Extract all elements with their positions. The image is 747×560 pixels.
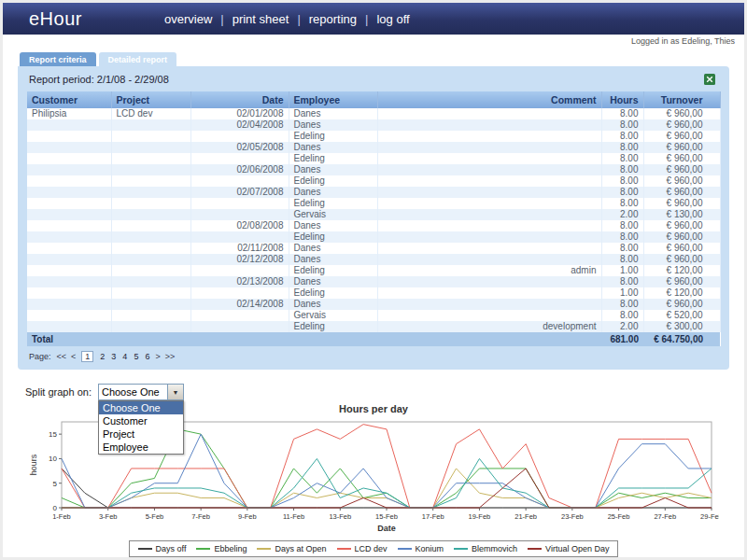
svg-text:13-Feb: 13-Feb xyxy=(329,512,351,521)
svg-text:hours: hours xyxy=(29,454,38,475)
nav-separator: | xyxy=(365,12,368,26)
total-label: Total xyxy=(27,332,601,346)
table-row: Edeling8.00€ 960,00 xyxy=(27,198,720,209)
dropdown-option-project[interactable]: Project xyxy=(99,427,183,441)
chevron-down-icon[interactable]: ▼ xyxy=(167,385,183,399)
svg-text:0: 0 xyxy=(53,504,58,512)
dropdown-option-customer[interactable]: Customer xyxy=(99,414,183,427)
col-header-employee[interactable]: Employee xyxy=(289,91,377,108)
pagination-page-2[interactable]: 2 xyxy=(100,352,105,361)
table-row: Edeling8.00€ 960,00 xyxy=(27,131,720,142)
svg-text:3-Feb: 3-Feb xyxy=(99,512,118,521)
table-row: 02/11/2008Danes8.00€ 960,00 xyxy=(27,243,720,254)
legend-line-swatch xyxy=(398,548,412,550)
pagination: Page:<<<123456>>> xyxy=(27,346,720,364)
legend-label: Konium xyxy=(416,544,444,553)
legend-label: Blemmovich xyxy=(472,544,517,553)
col-header-date[interactable]: Date xyxy=(190,91,289,108)
report-table: CustomerProjectDateEmployeeCommentHoursT… xyxy=(27,91,721,346)
legend-label: Virtual Open Day xyxy=(545,544,609,553)
split-graph-row: Split graph on: Choose One ▼ Choose OneC… xyxy=(25,383,744,401)
svg-text:27-Feb: 27-Feb xyxy=(654,512,676,521)
total-turnover: € 64.750,00 xyxy=(643,332,720,346)
login-status: Logged in as Edeling, Thies xyxy=(631,36,735,46)
legend-line-swatch xyxy=(196,548,210,550)
pagination-label: Page: xyxy=(29,352,51,361)
svg-text:Date: Date xyxy=(377,524,396,533)
svg-text:29-Feb: 29-Feb xyxy=(700,512,719,521)
legend-item: Ebbeling xyxy=(196,544,247,553)
legend-line-swatch xyxy=(257,548,271,550)
col-header-project[interactable]: Project xyxy=(111,91,190,108)
svg-text:17-Feb: 17-Feb xyxy=(422,512,444,521)
legend-item: Konium xyxy=(398,544,444,553)
table-row: 02/12/2008Danes8.00€ 960,00 xyxy=(27,254,720,265)
chart-legend: Days offEbbelingDays at OpenLCD devKoniu… xyxy=(129,540,619,557)
tab-report-criteria[interactable]: Report criteria xyxy=(20,52,96,66)
table-row: 02/13/2008Danes8.00€ 960,00 xyxy=(27,276,720,287)
col-header-customer[interactable]: Customer xyxy=(27,91,111,108)
legend-line-swatch xyxy=(528,548,542,550)
pagination-prev[interactable]: < xyxy=(71,352,76,361)
pagination-page-4[interactable]: 4 xyxy=(122,352,127,361)
svg-text:9-Feb: 9-Feb xyxy=(238,512,257,521)
table-row: 02/06/2008Danes8.00€ 960,00 xyxy=(27,164,720,175)
nav-link-print-sheet[interactable]: print sheet xyxy=(233,12,289,26)
legend-label: Days off xyxy=(156,544,187,553)
table-row: Edelingdevelopment2.00€ 300,00 xyxy=(27,321,720,332)
pagination-page-6[interactable]: 6 xyxy=(145,352,149,361)
main-nav: overview|print sheet|reporting|log off xyxy=(164,12,410,26)
legend-label: LCD dev xyxy=(355,544,388,553)
svg-text:10: 10 xyxy=(49,455,57,463)
table-row: 02/05/2008Danes8.00€ 960,00 xyxy=(27,142,720,153)
legend-line-swatch xyxy=(337,548,351,550)
table-header-row: CustomerProjectDateEmployeeCommentHoursT… xyxy=(27,91,720,108)
table-row: Edeling1.00€ 120,00 xyxy=(27,287,720,299)
pagination-first[interactable]: << xyxy=(57,352,67,361)
dropdown-option-choose-one[interactable]: Choose One xyxy=(99,401,183,414)
svg-text:25-Feb: 25-Feb xyxy=(608,512,630,521)
table-row: 02/07/2008Danes8.00€ 960,00 xyxy=(27,187,720,198)
split-graph-options: Choose OneCustomerProjectEmployee xyxy=(98,400,184,455)
app-window: eHour overview|print sheet|reporting|log… xyxy=(0,0,747,560)
legend-label: Days at Open xyxy=(275,544,326,553)
table-row: Edelingadmin1.00€ 120,00 xyxy=(27,265,720,276)
pagination-page-1[interactable]: 1 xyxy=(81,351,93,362)
legend-item: Days off xyxy=(138,544,187,553)
legend-item: Virtual Open Day xyxy=(528,544,609,553)
table-row: Edeling8.00€ 960,00 xyxy=(27,231,720,243)
svg-text:21-Feb: 21-Feb xyxy=(514,512,537,521)
split-graph-label: Split graph on: xyxy=(25,386,92,398)
legend-item: Blemmovich xyxy=(454,544,517,553)
table-row: Gervais2.00€ 130,00 xyxy=(27,209,720,220)
tab-detailed-report[interactable]: Detailed report xyxy=(99,52,177,66)
table-row: 02/14/2008Danes8.00€ 960,00 xyxy=(27,299,720,310)
split-graph-select[interactable]: Choose One ▼ xyxy=(98,384,184,400)
tab-bar: Report criteriaDetailed report xyxy=(3,50,744,66)
legend-item: Days at Open xyxy=(257,544,326,553)
top-header: eHour overview|print sheet|reporting|log… xyxy=(3,3,744,35)
pagination-page-5[interactable]: 5 xyxy=(134,352,138,361)
dropdown-option-employee[interactable]: Employee xyxy=(99,441,183,454)
col-header-turnover[interactable]: Turnover xyxy=(643,91,720,108)
table-row: 02/08/2008Danes8.00€ 960,00 xyxy=(27,220,720,231)
table-total-row: Total 681.00 € 64.750,00 xyxy=(27,332,720,346)
nav-separator: | xyxy=(220,12,223,26)
nav-link-log-off[interactable]: log off xyxy=(376,12,409,26)
col-header-hours[interactable]: Hours xyxy=(601,91,643,108)
app-logo: eHour xyxy=(29,8,82,30)
pagination-last[interactable]: >> xyxy=(165,352,176,361)
table-row: Gervais8.00€ 520,00 xyxy=(27,310,720,321)
nav-link-overview[interactable]: overview xyxy=(164,12,212,26)
svg-text:5-Feb: 5-Feb xyxy=(146,512,164,521)
total-hours: 681.00 xyxy=(601,332,643,346)
report-period-row: Report period: 2/1/08 - 2/29/08 xyxy=(27,70,720,91)
pagination-page-3[interactable]: 3 xyxy=(111,352,116,361)
report-period: Report period: 2/1/08 - 2/29/08 xyxy=(29,74,169,85)
svg-text:7-Feb: 7-Feb xyxy=(191,512,210,521)
pagination-next[interactable]: > xyxy=(155,352,160,361)
col-header-comment[interactable]: Comment xyxy=(377,91,601,108)
svg-text:15-Feb: 15-Feb xyxy=(375,512,398,521)
nav-link-reporting[interactable]: reporting xyxy=(309,12,357,26)
excel-export-icon[interactable] xyxy=(703,73,716,86)
